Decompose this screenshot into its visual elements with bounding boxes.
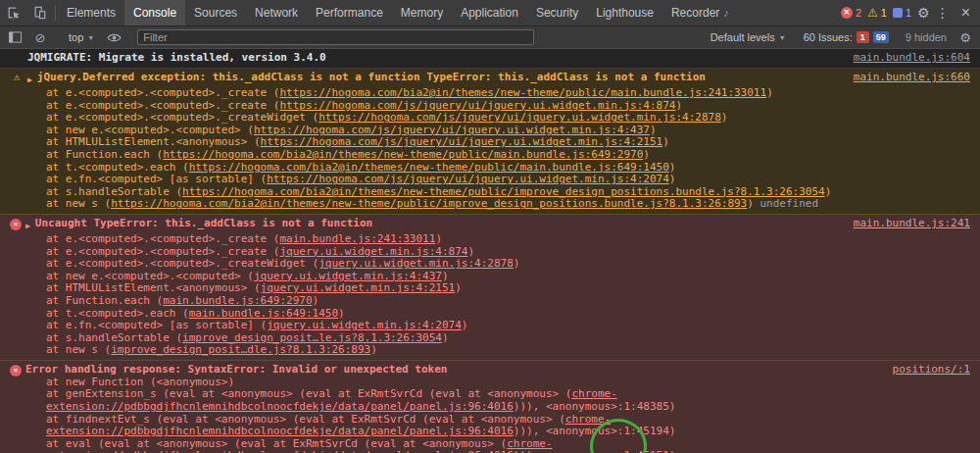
stack-frame-text: ) <box>338 307 345 320</box>
tab-elements[interactable]: Elements <box>58 0 124 25</box>
message-header: ✕Error handling response: SyntaxError: I… <box>0 363 980 377</box>
console-message-log: JQMIGRATE: Migrate is installed, version… <box>0 49 980 69</box>
stack-frame-text: at e.<computed>.<computed>._create ( <box>46 99 279 112</box>
stack-frame-link[interactable]: jquery.ui.widget.min.js:4:874 <box>279 245 467 258</box>
stack-frame-text: at t.<computed>.each ( <box>46 161 189 174</box>
stack-frame-text: at new s ( <box>46 343 111 356</box>
stack-frame-text: at e.<computed>.<computed>._create ( <box>46 232 279 245</box>
tab-memory[interactable]: Memory <box>392 0 452 25</box>
warning-icon: ⚠ <box>10 72 24 83</box>
stack-frame-link[interactable]: https://hogoma.com/bia2@in/themes/new-th… <box>111 197 747 210</box>
stack-frame-text: ) <box>370 343 377 356</box>
error-count: 2 <box>856 7 861 19</box>
stack-frame-text: at new e.<computed>.<computed> ( <box>46 270 254 282</box>
stack-frame-text: at HTMLUListElement.<anonymous> ( <box>46 281 261 294</box>
stack-frame-text: ) <box>721 111 728 124</box>
console-message-error: ✕Error handling response: SyntaxError: I… <box>0 361 980 453</box>
stack-frame-link[interactable]: improve_design_posit…le.js?8.1.3:26:3054 <box>182 331 442 344</box>
console-sidebar-icon[interactable] <box>4 31 25 43</box>
source-location-link[interactable]: positions/:1 <box>893 363 970 377</box>
stack-frame-link[interactable]: main.bundle.js:649:2970 <box>163 294 312 307</box>
stack-frame-link[interactable]: https://hogoma.com/bia2@in/themes/new-th… <box>189 161 669 174</box>
stack-frame-link[interactable]: jquery.ui.widget.min.js:4:2074 <box>267 319 462 331</box>
live-expression-eye-icon[interactable] <box>103 32 124 43</box>
stack-frame-text: at HTMLUListElement.<anonymous> ( <box>46 135 261 148</box>
context-selector[interactable]: top ▼ <box>64 31 99 43</box>
clear-console-icon[interactable]: ⊘ <box>29 30 51 45</box>
tab-recorder[interactable]: Recorder♪ <box>662 0 738 25</box>
stack-frame-link[interactable]: https://hogoma.com/js/jquery/ui/jquery.u… <box>261 135 663 148</box>
stack-frame-link[interactable]: https://hogoma.com/bia2@in/themes/new-th… <box>163 148 643 161</box>
stack-frame-text: ) <box>462 319 468 331</box>
panel-tabs: ElementsConsoleSourcesNetworkPerformance… <box>58 0 738 25</box>
tab-application[interactable]: Application <box>452 0 527 25</box>
stack-frame-text: at s.handleSortable ( <box>46 185 182 198</box>
stack-frame-text: ) <box>467 245 474 258</box>
stack-frame-link[interactable]: https://hogoma.com/js/jquery/ui/jquery.u… <box>279 99 675 112</box>
tab-lighthouse[interactable]: Lighthouse <box>587 0 662 25</box>
filter-input[interactable] <box>137 29 534 45</box>
stack-frame: at eval (eval at <anonymous> (eval at Ex… <box>0 438 980 453</box>
stack-frame-link[interactable]: https://hogoma.com/js/jquery/ui/jquery.u… <box>318 111 721 124</box>
stack-frame: at findnextEvt_s (eval at <anonymous> (e… <box>0 414 980 438</box>
stack-frame-link[interactable]: jquery.ui.widget.min.js:4:2151 <box>261 281 456 294</box>
stack-frame-text: at Function.each ( <box>46 294 163 307</box>
message-header: JQMIGRATE: Migrate is installed, version… <box>0 51 980 65</box>
issues-indicator[interactable]: 1 <box>893 7 911 19</box>
more-options-icon[interactable]: ⋮ <box>936 5 950 21</box>
console-settings-gear-icon[interactable]: ⚙ <box>955 30 976 45</box>
stack-frame-link[interactable]: https://hogoma.com/js/jquery/ui/jquery.u… <box>267 173 669 185</box>
settings-gear-icon[interactable]: ⚙ <box>917 5 930 21</box>
stack-frame-text: ) <box>662 135 669 148</box>
tab-network[interactable]: Network <box>246 0 307 25</box>
recorder-experiment-icon: ♪ <box>723 7 729 19</box>
stack-frame-text: at new s ( <box>46 197 111 210</box>
stack-frame: at new s (improve_design_posit…dle.js?8.… <box>0 344 980 357</box>
source-location-link[interactable]: main.bundle.js:604 <box>854 51 970 65</box>
console-messages[interactable]: JQMIGRATE: Migrate is installed, version… <box>0 49 980 453</box>
tab-performance[interactable]: Performance <box>307 0 392 25</box>
stack-frame-text: at s.handleSortable ( <box>46 331 182 344</box>
source-location-link[interactable]: main.bundle.js:660 <box>854 71 970 84</box>
close-devtools-icon[interactable]: × <box>956 4 976 22</box>
stack-frame-link[interactable]: https://hogoma.com/bia2@in/themes/new-th… <box>279 86 766 99</box>
stack-frame-text: ) <box>435 232 442 245</box>
stack-frame-link[interactable]: main.bundle.js:649:1450 <box>189 307 338 320</box>
log-levels-selector[interactable]: Default levels ▼ <box>706 31 791 43</box>
stack-frame-text: at e.<computed>.<computed>._createWidget… <box>46 257 318 270</box>
expand-arrow-icon[interactable]: ▶ <box>25 220 30 233</box>
stack-frame-text: ) <box>442 331 449 344</box>
stack-frame-link[interactable]: jquery.ui.widget.min.js:4:437 <box>254 270 442 282</box>
stack-frame-text: ))), <anonymous>:1:45151) <box>514 449 676 453</box>
tab-sources[interactable]: Sources <box>185 0 246 25</box>
source-location-link[interactable]: main.bundle.js:241 <box>854 217 970 230</box>
console-errors-indicator[interactable]: ✕ 2 <box>841 7 861 19</box>
stack-frame-link[interactable]: improve_design_posit…dle.js?8.1.3:26:893 <box>111 343 370 356</box>
tab-label: Memory <box>401 6 443 20</box>
tab-console[interactable]: Console <box>124 0 185 25</box>
stack-frame-text: ) <box>669 161 676 174</box>
stack-frame-text: at e.<computed>.<computed>._create ( <box>46 86 279 99</box>
stack-frame-text: ) <box>313 294 319 307</box>
device-toolbar-icon[interactable] <box>26 0 53 25</box>
expand-arrow-icon[interactable]: ▶ <box>27 74 32 87</box>
tab-security[interactable]: Security <box>527 0 587 25</box>
issues-counter[interactable]: 60 Issues: 1 59 <box>804 31 889 43</box>
stack-frame-link[interactable]: jquery.ui.widget.min.js:4:2878 <box>318 257 514 270</box>
message-text: JQMIGRATE: Migrate is installed, version… <box>27 51 854 65</box>
tabbar-right-cluster: ✕ 2 ⚠ 1 1 ⚙ ⋮ × <box>841 0 980 25</box>
stack-frame: at genExtension_s (eval at <anonymous> (… <box>0 388 980 413</box>
stack-frame-text: at e.<computed>.<computed>._createWidget… <box>46 111 318 124</box>
tab-label: Recorder <box>671 6 719 20</box>
stack-frame-link[interactable]: https://hogoma.com/bia2@in/themes/new-th… <box>182 185 825 198</box>
stack-frame-text: at genExtension_s (eval at <anonymous> (… <box>46 387 571 400</box>
tab-label: Performance <box>316 6 383 20</box>
inspect-element-icon[interactable] <box>0 0 26 25</box>
console-warnings-indicator[interactable]: ⚠ 1 <box>867 7 887 19</box>
stack-frame-link[interactable]: main.bundle.js:241:33011 <box>279 232 435 245</box>
message-text: jQuery.Deferred exception: this._addClas… <box>37 71 854 84</box>
warning-count: 1 <box>881 7 887 19</box>
stack-frame-text: ))), <anonymous>:1:48385) <box>514 400 676 413</box>
log-levels-value: Default levels <box>710 31 775 43</box>
stack-frame-link[interactable]: https://hogoma.com/js/jquery/ui/jquery.u… <box>254 124 650 136</box>
